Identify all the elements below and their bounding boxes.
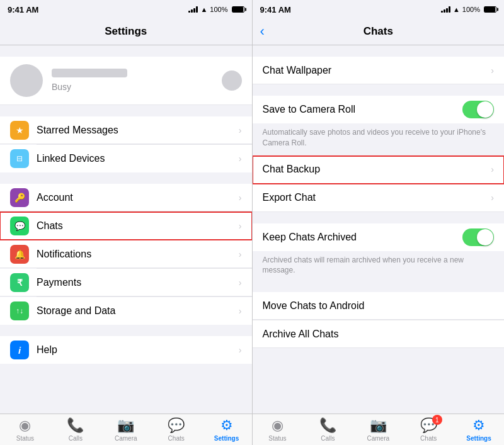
starred-icon: ★ [10, 121, 29, 140]
left-nav-bar: Settings [0, 18, 252, 45]
camera-roll-description: Automatically save photos and videos you… [253, 123, 505, 154]
profile-info: Busy [52, 69, 127, 93]
status-tab-icon: ◉ [19, 417, 31, 434]
right-settings-label: Settings [466, 435, 491, 442]
right-camera-icon: 📷 [370, 417, 387, 434]
left-tab-settings[interactable]: ⚙ Settings [202, 414, 252, 445]
chevron-icon: › [239, 154, 242, 164]
left-panel: 9:41 AM ▲ 100% Settings Busy [0, 0, 252, 445]
right-tab-calls[interactable]: 📞 Calls [302, 414, 353, 445]
item-storage[interactable]: ↑↓ Storage and Data › [0, 297, 252, 325]
item-backup[interactable]: Chat Backup › [253, 156, 505, 184]
keep-archived-toggle[interactable] [462, 228, 494, 246]
left-tab-calls[interactable]: 📞 Calls [50, 414, 101, 445]
left-tab-chats[interactable]: 💬 Chats [151, 414, 202, 445]
right-chats-label: Chats [420, 435, 437, 442]
item-chats[interactable]: 💬 Chats › [0, 212, 252, 240]
right-nav-bar: ‹ Chats [253, 18, 505, 45]
chats-badge: 1 [432, 415, 442, 425]
item-keep-archived[interactable]: Keep Chats Archived [253, 223, 505, 251]
chevron-icon: › [239, 249, 242, 259]
chats-icon: 💬 [10, 217, 29, 235]
right-title: Chats [364, 25, 393, 38]
right-chats-icon: 💬1 [420, 417, 437, 434]
item-notifications[interactable]: 🔔 Notifications › [0, 240, 252, 268]
chevron-icon: › [239, 193, 242, 203]
toggle-knob-2 [477, 229, 493, 245]
right-status-bar: 9:41 AM ▲ 100% [253, 0, 505, 18]
item-archive-all[interactable]: Archive All Chats [253, 320, 505, 348]
linked-label: Linked Devices [37, 153, 236, 164]
settings-tab-label: Settings [214, 435, 239, 442]
item-camera-roll[interactable]: Save to Camera Roll [253, 96, 505, 123]
section-2: 🔑 Account › 💬 Chats › 🔔 Notifications › … [0, 184, 252, 325]
right-tab-bar: ◉ Status 📞 Calls 📷 Camera 💬1 Chats ⚙ Set… [253, 414, 505, 445]
backup-label: Chat Backup [263, 164, 489, 175]
left-battery-text: 100% [210, 6, 227, 13]
keep-archived-label: Keep Chats Archived [263, 232, 463, 243]
right-battery-icon [484, 6, 496, 13]
camera-roll-toggle[interactable] [462, 101, 494, 118]
left-tab-camera[interactable]: 📷 Camera [101, 414, 151, 445]
right-tab-chats[interactable]: 💬1 Chats [403, 414, 454, 445]
avatar [10, 64, 43, 97]
calls-tab-icon: 📞 [67, 417, 84, 434]
account-label: Account [37, 192, 236, 203]
chats-tab-label: Chats [168, 435, 185, 442]
item-help[interactable]: i Help › [0, 336, 252, 364]
item-payments[interactable]: ₹ Payments › [0, 269, 252, 296]
right-tab-status[interactable]: ◉ Status [253, 414, 303, 445]
right-tab-settings[interactable]: ⚙ Settings [454, 414, 504, 445]
item-starred[interactable]: ★ Starred Messages › [0, 116, 252, 144]
battery-icon [232, 6, 244, 13]
starred-label: Starred Messages [37, 125, 236, 136]
right-panel: 9:41 AM ▲ 100% ‹ Chats Chat Wallpaper › … [253, 0, 505, 445]
chevron-icon: › [491, 65, 494, 76]
section-1: ★ Starred Messages › ⊟ Linked Devices › [0, 116, 252, 172]
right-calls-icon: 📞 [319, 417, 336, 434]
profile-status: Busy [52, 82, 71, 92]
left-title: Settings [105, 25, 147, 38]
left-scroll: Busy ★ Starred Messages › ⊟ Linked Devic… [0, 45, 252, 445]
right-battery-text: 100% [462, 6, 480, 13]
right-settings-icon: ⚙ [472, 417, 485, 434]
right-camera-label: Camera [367, 435, 389, 442]
item-account[interactable]: 🔑 Account › [0, 184, 252, 211]
chats-label: Chats [37, 220, 236, 232]
section-3: i Help › [0, 336, 252, 364]
notifications-icon: 🔔 [10, 245, 29, 264]
wallpaper-label: Chat Wallpaper [263, 65, 489, 76]
chevron-icon: › [239, 221, 242, 231]
profile-section[interactable]: Busy [0, 57, 252, 105]
linked-icon: ⊟ [10, 149, 29, 168]
left-tab-bar: ◉ Status 📞 Calls 📷 Camera 💬 Chats ⚙ Sett… [0, 414, 252, 445]
right-tab-camera[interactable]: 📷 Camera [353, 414, 403, 445]
right-scroll: Chat Wallpaper › Save to Camera Roll Aut… [253, 45, 505, 445]
left-time: 9:41 AM [8, 5, 38, 14]
keep-archived-description: Archived chats will remain archived when… [253, 251, 505, 281]
right-signal-icon [441, 6, 450, 13]
left-status-icons: ▲ 100% [188, 6, 244, 13]
item-move-android[interactable]: Move Chats to Android [253, 292, 505, 320]
storage-icon: ↑↓ [10, 301, 29, 320]
back-chevron-icon: ‹ [260, 23, 265, 40]
camera-tab-label: Camera [115, 435, 137, 442]
chats-tab-icon: 💬 [168, 417, 185, 434]
right-calls-label: Calls [321, 435, 335, 442]
wifi-icon: ▲ [200, 6, 207, 13]
item-wallpaper[interactable]: Chat Wallpaper › [253, 57, 505, 84]
archive-all-label: Archive All Chats [263, 329, 495, 340]
export-label: Export Chat [263, 192, 489, 203]
left-tab-status[interactable]: ◉ Status [0, 414, 50, 445]
chevron-icon: › [491, 193, 494, 203]
item-linked[interactable]: ⊟ Linked Devices › [0, 145, 252, 172]
back-button[interactable]: ‹ [260, 23, 265, 40]
item-export[interactable]: Export Chat › [253, 184, 505, 212]
help-icon: i [10, 341, 29, 359]
right-time: 9:41 AM [260, 5, 291, 14]
account-icon: 🔑 [10, 188, 29, 207]
right-status-icon: ◉ [272, 417, 284, 434]
profile-arrow [222, 70, 242, 91]
camera-roll-label: Save to Camera Roll [263, 104, 463, 115]
camera-tab-icon: 📷 [117, 417, 134, 434]
